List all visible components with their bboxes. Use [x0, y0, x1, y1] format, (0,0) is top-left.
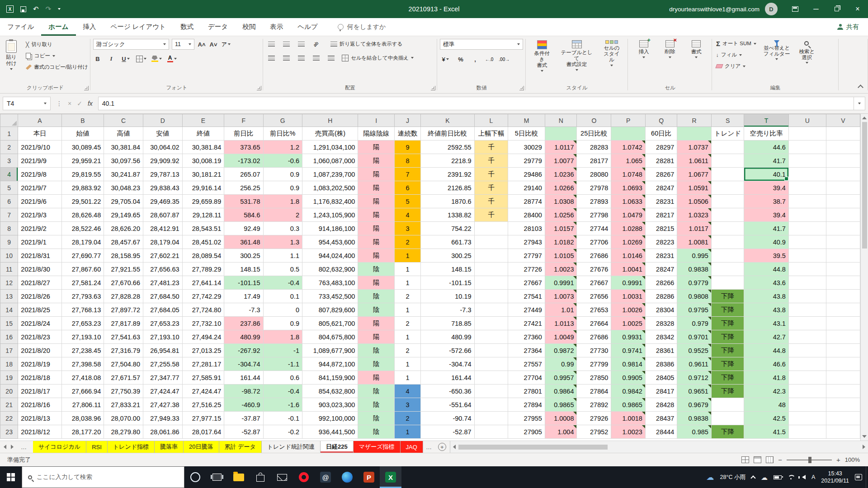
cell-V15[interactable] — [826, 317, 860, 330]
cell-S4[interactable] — [711, 168, 744, 181]
cell-V23[interactable] — [826, 425, 860, 439]
cell-Q22[interactable]: 28437 — [645, 412, 677, 425]
cell-K12[interactable]: -101.15 — [421, 276, 474, 290]
cell-N10[interactable]: 1.0105 — [545, 249, 577, 263]
cell-Q6[interactable]: 28231 — [645, 195, 677, 208]
cell-N17[interactable]: 0.9872 — [545, 344, 577, 357]
cell-F22[interactable]: -37.87 — [224, 412, 263, 425]
copy-button[interactable]: コピー — [24, 51, 90, 61]
cell-F23[interactable]: -52.87 — [224, 425, 263, 439]
cell-U3[interactable] — [788, 154, 826, 168]
cell-J13[interactable]: 2 — [395, 290, 421, 303]
cell-N23[interactable]: 1.004 — [545, 425, 577, 439]
cell-K13[interactable]: 10.19 — [421, 290, 474, 303]
cell-P17[interactable]: 0.9741 — [611, 344, 645, 357]
align-middle-icon[interactable] — [281, 39, 292, 49]
cell-B13[interactable]: 27,793.63 — [61, 290, 104, 303]
cell-L13[interactable] — [474, 290, 508, 303]
cell-G2[interactable]: 1.2 — [263, 141, 302, 154]
taskbar-clock[interactable]: 15:43 2021/09/11 — [821, 470, 849, 485]
cell-O9[interactable]: 27706 — [577, 235, 611, 249]
cell-B18[interactable]: 27,398.58 — [61, 357, 104, 371]
cut-button[interactable]: ╳切り取り — [24, 40, 90, 49]
cell-Q23[interactable]: 28444 — [645, 425, 677, 439]
cell-B17[interactable]: 27,238.45 — [61, 344, 104, 357]
cell-O20[interactable]: 27864 — [577, 385, 611, 398]
cell-P7[interactable]: 1.0479 — [611, 208, 645, 222]
cell-M13[interactable]: 27541 — [508, 290, 545, 303]
cell-C7[interactable]: 29,149.65 — [104, 208, 143, 222]
cell-Q17[interactable]: 28361 — [645, 344, 677, 357]
row-header-22[interactable]: 22 — [0, 412, 18, 425]
cell-S12[interactable] — [711, 276, 744, 290]
insert-function-icon[interactable]: fx — [88, 100, 93, 107]
cell-O17[interactable]: 27730 — [577, 344, 611, 357]
cell-U17[interactable] — [788, 344, 826, 357]
cell-T23[interactable]: 41.5 — [744, 425, 789, 439]
cell-Q20[interactable]: 28417 — [645, 385, 677, 398]
decrease-indent-icon[interactable] — [311, 53, 321, 63]
cell-O22[interactable]: 27926 — [577, 412, 611, 425]
currency-format-button[interactable]: ¥ — [440, 54, 451, 64]
cell-D1[interactable]: 安値 — [143, 127, 182, 141]
cell-O14[interactable]: 27653 — [577, 303, 611, 317]
cell-T2[interactable]: 44.6 — [744, 141, 789, 154]
cell-H7[interactable]: 1,243,105,900 — [302, 208, 358, 222]
select-all-button[interactable] — [0, 114, 18, 127]
percent-format-button[interactable]: % — [456, 55, 465, 64]
ribbon-tab-review[interactable]: 校閲 — [235, 18, 263, 36]
cell-H16[interactable]: 804,675,800 — [302, 330, 358, 344]
cell-K11[interactable]: 148.15 — [421, 263, 474, 276]
zoom-out-button[interactable]: − — [778, 456, 782, 464]
cell-I1[interactable]: 陽線陰線 — [358, 127, 395, 141]
cell-A4[interactable]: 2021/9/8 — [18, 168, 61, 181]
restore-button[interactable] — [826, 0, 847, 18]
cell-C11[interactable]: 27,921.55 — [104, 263, 143, 276]
cell-V12[interactable] — [826, 276, 860, 290]
column-header-P[interactable]: P — [611, 114, 645, 127]
cell-P5[interactable]: 1.0693 — [611, 181, 645, 195]
cell-C4[interactable]: 30,241.87 — [104, 168, 143, 181]
cell-K21[interactable]: -551.64 — [421, 398, 474, 412]
sheet-tab-2[interactable]: RSI — [86, 441, 108, 453]
cell-R19[interactable]: 0.9712 — [677, 371, 711, 385]
cell-D16[interactable]: 27,193.10 — [143, 330, 182, 344]
cell-N18[interactable]: 0.99 — [545, 357, 577, 371]
cell-C16[interactable]: 27,541.63 — [104, 330, 143, 344]
cell-Q1[interactable]: 60日比 — [645, 127, 677, 141]
cell-J15[interactable]: 2 — [395, 317, 421, 330]
cell-R12[interactable]: 0.9779 — [677, 276, 711, 290]
row-header-5[interactable]: 5 — [0, 181, 18, 195]
cell-O3[interactable]: 28177 — [577, 154, 611, 168]
cell-B22[interactable]: 28,038.96 — [61, 412, 104, 425]
cell-C17[interactable]: 27,316.79 — [104, 344, 143, 357]
cell-B16[interactable]: 27,193.10 — [61, 330, 104, 344]
file-explorer-button[interactable] — [228, 466, 250, 488]
cell-A20[interactable]: 2021/8/17 — [18, 385, 61, 398]
cell-A14[interactable]: 2021/8/25 — [18, 303, 61, 317]
cell-T20[interactable]: 42.3 — [744, 385, 789, 398]
zoom-level[interactable]: 100% — [845, 456, 860, 463]
cell-S14[interactable]: 下降 — [711, 303, 744, 317]
cell-G3[interactable]: -0.6 — [263, 154, 302, 168]
cell-N1[interactable] — [545, 127, 577, 141]
email-app-button[interactable]: @ — [315, 466, 336, 488]
cell-C9[interactable]: 28,457.67 — [104, 235, 143, 249]
cell-T1[interactable]: 空売り比率 — [744, 127, 789, 141]
cell-T8[interactable]: 41.7 — [744, 222, 789, 235]
cell-U14[interactable] — [788, 303, 826, 317]
cell-J1[interactable]: 連続数 — [395, 127, 421, 141]
cell-T15[interactable]: 43.1 — [744, 317, 789, 330]
page-layout-view-button[interactable] — [754, 456, 761, 463]
cell-N16[interactable]: 1.0049 — [545, 330, 577, 344]
cell-M7[interactable]: 28400 — [508, 208, 545, 222]
cell-E9[interactable]: 28,451.02 — [182, 235, 224, 249]
cell-E6[interactable]: 29,659.89 — [182, 195, 224, 208]
sheet-tab-9[interactable]: マザーズ指標 — [354, 441, 401, 453]
cell-N3[interactable]: 1.0077 — [545, 154, 577, 168]
cell-M20[interactable]: 27801 — [508, 385, 545, 398]
cell-H13[interactable]: 733,452,500 — [302, 290, 358, 303]
cell-E11[interactable]: 27,789.29 — [182, 263, 224, 276]
cell-K15[interactable]: 718.85 — [421, 317, 474, 330]
cell-K22[interactable]: -90.74 — [421, 412, 474, 425]
